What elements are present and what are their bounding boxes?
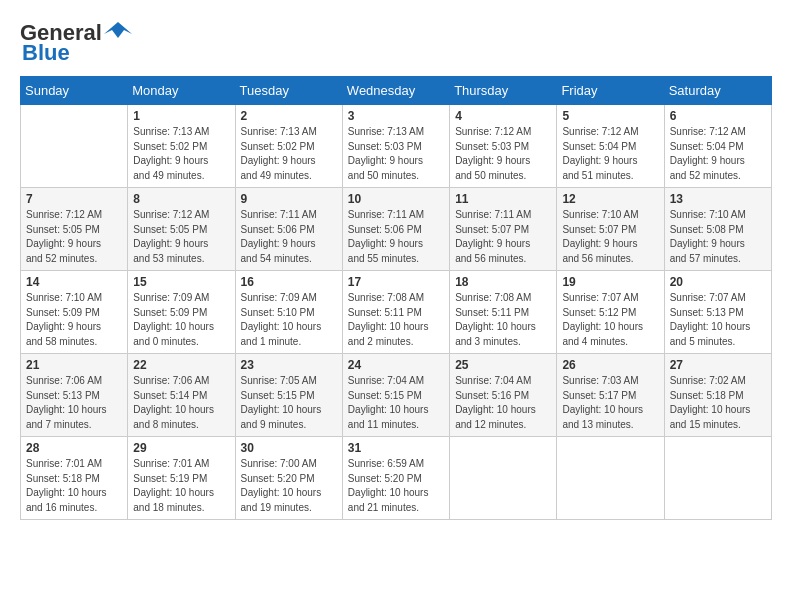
day-info: Sunrise: 7:04 AMSunset: 5:16 PMDaylight:…	[455, 374, 551, 432]
day-info: Sunrise: 7:01 AMSunset: 5:18 PMDaylight:…	[26, 457, 122, 515]
calendar-cell: 15Sunrise: 7:09 AMSunset: 5:09 PMDayligh…	[128, 271, 235, 354]
day-info: Sunrise: 7:12 AMSunset: 5:04 PMDaylight:…	[562, 125, 658, 183]
calendar-cell: 19Sunrise: 7:07 AMSunset: 5:12 PMDayligh…	[557, 271, 664, 354]
day-info: Sunrise: 7:13 AMSunset: 5:03 PMDaylight:…	[348, 125, 444, 183]
calendar-cell: 7Sunrise: 7:12 AMSunset: 5:05 PMDaylight…	[21, 188, 128, 271]
day-number: 21	[26, 358, 122, 372]
calendar-cell: 11Sunrise: 7:11 AMSunset: 5:07 PMDayligh…	[450, 188, 557, 271]
calendar-cell: 25Sunrise: 7:04 AMSunset: 5:16 PMDayligh…	[450, 354, 557, 437]
page-header: General Blue	[20, 20, 772, 66]
day-info: Sunrise: 7:10 AMSunset: 5:07 PMDaylight:…	[562, 208, 658, 266]
day-number: 2	[241, 109, 337, 123]
day-info: Sunrise: 7:12 AMSunset: 5:05 PMDaylight:…	[26, 208, 122, 266]
day-info: Sunrise: 7:10 AMSunset: 5:08 PMDaylight:…	[670, 208, 766, 266]
day-number: 10	[348, 192, 444, 206]
day-info: Sunrise: 7:08 AMSunset: 5:11 PMDaylight:…	[348, 291, 444, 349]
day-number: 11	[455, 192, 551, 206]
calendar-cell: 6Sunrise: 7:12 AMSunset: 5:04 PMDaylight…	[664, 105, 771, 188]
calendar-cell: 2Sunrise: 7:13 AMSunset: 5:02 PMDaylight…	[235, 105, 342, 188]
header-wednesday: Wednesday	[342, 77, 449, 105]
day-info: Sunrise: 7:06 AMSunset: 5:13 PMDaylight:…	[26, 374, 122, 432]
calendar-week-row: 14Sunrise: 7:10 AMSunset: 5:09 PMDayligh…	[21, 271, 772, 354]
day-info: Sunrise: 7:03 AMSunset: 5:17 PMDaylight:…	[562, 374, 658, 432]
calendar-cell: 1Sunrise: 7:13 AMSunset: 5:02 PMDaylight…	[128, 105, 235, 188]
calendar-cell: 8Sunrise: 7:12 AMSunset: 5:05 PMDaylight…	[128, 188, 235, 271]
calendar-cell: 28Sunrise: 7:01 AMSunset: 5:18 PMDayligh…	[21, 437, 128, 520]
calendar-cell: 20Sunrise: 7:07 AMSunset: 5:13 PMDayligh…	[664, 271, 771, 354]
calendar-cell: 24Sunrise: 7:04 AMSunset: 5:15 PMDayligh…	[342, 354, 449, 437]
calendar-cell: 26Sunrise: 7:03 AMSunset: 5:17 PMDayligh…	[557, 354, 664, 437]
calendar-cell	[664, 437, 771, 520]
calendar-cell: 10Sunrise: 7:11 AMSunset: 5:06 PMDayligh…	[342, 188, 449, 271]
day-number: 30	[241, 441, 337, 455]
day-number: 29	[133, 441, 229, 455]
calendar-cell	[557, 437, 664, 520]
header-saturday: Saturday	[664, 77, 771, 105]
day-number: 27	[670, 358, 766, 372]
header-thursday: Thursday	[450, 77, 557, 105]
calendar-table: Sunday Monday Tuesday Wednesday Thursday…	[20, 76, 772, 520]
calendar-cell: 31Sunrise: 6:59 AMSunset: 5:20 PMDayligh…	[342, 437, 449, 520]
calendar-cell: 4Sunrise: 7:12 AMSunset: 5:03 PMDaylight…	[450, 105, 557, 188]
day-info: Sunrise: 7:12 AMSunset: 5:04 PMDaylight:…	[670, 125, 766, 183]
calendar-cell: 13Sunrise: 7:10 AMSunset: 5:08 PMDayligh…	[664, 188, 771, 271]
day-info: Sunrise: 6:59 AMSunset: 5:20 PMDaylight:…	[348, 457, 444, 515]
calendar-cell: 14Sunrise: 7:10 AMSunset: 5:09 PMDayligh…	[21, 271, 128, 354]
calendar-cell: 29Sunrise: 7:01 AMSunset: 5:19 PMDayligh…	[128, 437, 235, 520]
day-info: Sunrise: 7:11 AMSunset: 5:06 PMDaylight:…	[348, 208, 444, 266]
calendar-cell	[21, 105, 128, 188]
calendar-cell: 23Sunrise: 7:05 AMSunset: 5:15 PMDayligh…	[235, 354, 342, 437]
day-number: 3	[348, 109, 444, 123]
day-number: 14	[26, 275, 122, 289]
calendar-cell: 16Sunrise: 7:09 AMSunset: 5:10 PMDayligh…	[235, 271, 342, 354]
logo-bird-icon	[104, 20, 132, 42]
calendar-cell	[450, 437, 557, 520]
header-friday: Friday	[557, 77, 664, 105]
day-number: 9	[241, 192, 337, 206]
day-info: Sunrise: 7:11 AMSunset: 5:07 PMDaylight:…	[455, 208, 551, 266]
calendar-cell: 30Sunrise: 7:00 AMSunset: 5:20 PMDayligh…	[235, 437, 342, 520]
day-number: 23	[241, 358, 337, 372]
day-number: 20	[670, 275, 766, 289]
day-number: 7	[26, 192, 122, 206]
header-monday: Monday	[128, 77, 235, 105]
day-number: 8	[133, 192, 229, 206]
calendar-cell: 22Sunrise: 7:06 AMSunset: 5:14 PMDayligh…	[128, 354, 235, 437]
calendar-week-row: 28Sunrise: 7:01 AMSunset: 5:18 PMDayligh…	[21, 437, 772, 520]
calendar-cell: 18Sunrise: 7:08 AMSunset: 5:11 PMDayligh…	[450, 271, 557, 354]
logo: General Blue	[20, 20, 132, 66]
day-info: Sunrise: 7:01 AMSunset: 5:19 PMDaylight:…	[133, 457, 229, 515]
day-number: 15	[133, 275, 229, 289]
logo-blue: Blue	[22, 40, 70, 66]
day-info: Sunrise: 7:02 AMSunset: 5:18 PMDaylight:…	[670, 374, 766, 432]
day-info: Sunrise: 7:12 AMSunset: 5:05 PMDaylight:…	[133, 208, 229, 266]
day-info: Sunrise: 7:13 AMSunset: 5:02 PMDaylight:…	[241, 125, 337, 183]
day-number: 24	[348, 358, 444, 372]
day-number: 12	[562, 192, 658, 206]
day-info: Sunrise: 7:12 AMSunset: 5:03 PMDaylight:…	[455, 125, 551, 183]
day-number: 18	[455, 275, 551, 289]
day-info: Sunrise: 7:11 AMSunset: 5:06 PMDaylight:…	[241, 208, 337, 266]
calendar-cell: 9Sunrise: 7:11 AMSunset: 5:06 PMDaylight…	[235, 188, 342, 271]
day-number: 25	[455, 358, 551, 372]
day-info: Sunrise: 7:05 AMSunset: 5:15 PMDaylight:…	[241, 374, 337, 432]
day-number: 1	[133, 109, 229, 123]
day-info: Sunrise: 7:07 AMSunset: 5:12 PMDaylight:…	[562, 291, 658, 349]
header-tuesday: Tuesday	[235, 77, 342, 105]
svg-marker-0	[104, 22, 132, 38]
day-info: Sunrise: 7:13 AMSunset: 5:02 PMDaylight:…	[133, 125, 229, 183]
calendar-week-row: 1Sunrise: 7:13 AMSunset: 5:02 PMDaylight…	[21, 105, 772, 188]
calendar-header-row: Sunday Monday Tuesday Wednesday Thursday…	[21, 77, 772, 105]
day-number: 17	[348, 275, 444, 289]
day-info: Sunrise: 7:09 AMSunset: 5:10 PMDaylight:…	[241, 291, 337, 349]
day-info: Sunrise: 7:04 AMSunset: 5:15 PMDaylight:…	[348, 374, 444, 432]
day-number: 13	[670, 192, 766, 206]
day-number: 26	[562, 358, 658, 372]
calendar-cell: 21Sunrise: 7:06 AMSunset: 5:13 PMDayligh…	[21, 354, 128, 437]
day-number: 28	[26, 441, 122, 455]
day-number: 6	[670, 109, 766, 123]
day-info: Sunrise: 7:06 AMSunset: 5:14 PMDaylight:…	[133, 374, 229, 432]
day-info: Sunrise: 7:10 AMSunset: 5:09 PMDaylight:…	[26, 291, 122, 349]
header-sunday: Sunday	[21, 77, 128, 105]
day-number: 22	[133, 358, 229, 372]
